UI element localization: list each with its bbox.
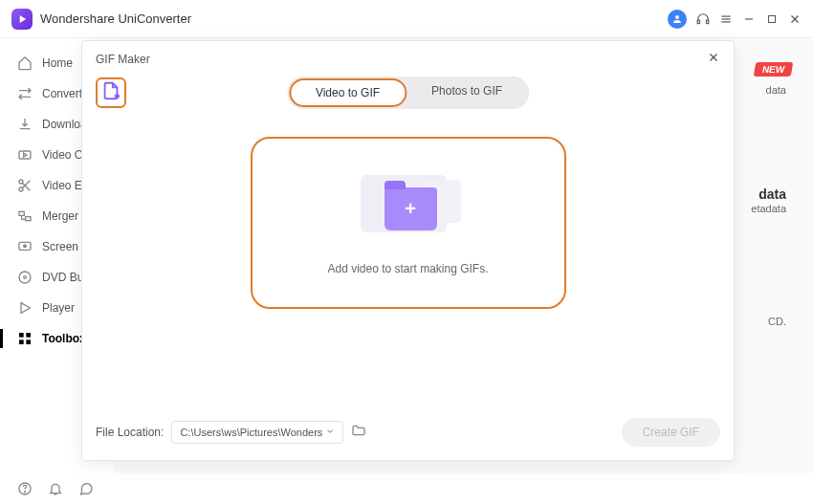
home-icon bbox=[17, 55, 33, 71]
svg-rect-11 bbox=[19, 151, 31, 159]
sidebar-item-label: Home bbox=[42, 56, 73, 70]
svg-marker-23 bbox=[21, 303, 30, 314]
download-icon bbox=[17, 117, 33, 132]
document-plus-icon bbox=[100, 80, 121, 105]
svg-rect-25 bbox=[26, 333, 31, 338]
svg-rect-26 bbox=[19, 340, 24, 344]
gif-maker-dialog: GIF Maker Video to GIF Photos to GIF + A… bbox=[81, 40, 735, 461]
play-icon bbox=[17, 300, 33, 316]
disc-icon bbox=[17, 270, 33, 285]
bg-text: etadata bbox=[751, 203, 786, 214]
create-gif-button[interactable]: Create GIF bbox=[622, 418, 720, 447]
svg-point-22 bbox=[24, 276, 27, 279]
minimize-button[interactable] bbox=[742, 12, 756, 26]
menu-icon[interactable] bbox=[719, 12, 733, 26]
convert-icon bbox=[17, 86, 33, 101]
close-button[interactable] bbox=[788, 12, 802, 26]
svg-rect-17 bbox=[19, 211, 24, 215]
titlebar: Wondershare UniConverter bbox=[0, 0, 813, 38]
notification-button[interactable] bbox=[48, 481, 63, 496]
bg-text: data bbox=[758, 186, 786, 202]
svg-point-21 bbox=[19, 272, 31, 283]
sidebar-item-label: Player bbox=[42, 301, 75, 315]
svg-point-13 bbox=[19, 180, 23, 184]
toolbox-icon bbox=[17, 331, 33, 346]
folder-plus-icon: + bbox=[351, 170, 466, 247]
file-location-value: C:\Users\ws\Pictures\Wonders bbox=[180, 427, 322, 438]
tab-photos-to-gif[interactable]: Photos to GIF bbox=[406, 78, 527, 107]
svg-point-14 bbox=[19, 187, 23, 191]
dialog-close-button[interactable] bbox=[707, 51, 720, 68]
open-folder-button[interactable] bbox=[351, 424, 368, 441]
svg-point-1 bbox=[675, 15, 679, 19]
mode-tabs: Video to GIF Photos to GIF bbox=[287, 77, 529, 109]
record-icon bbox=[17, 239, 33, 254]
file-location-select[interactable]: C:\Users\ws\Pictures\Wonders bbox=[171, 421, 343, 444]
svg-marker-0 bbox=[20, 14, 26, 22]
file-location-label: File Location: bbox=[96, 426, 164, 439]
merge-icon bbox=[17, 208, 33, 224]
bottombar bbox=[0, 473, 111, 504]
help-button[interactable] bbox=[17, 481, 33, 496]
svg-point-20 bbox=[24, 245, 27, 248]
bg-text: data bbox=[766, 84, 786, 96]
svg-rect-24 bbox=[19, 333, 24, 338]
svg-rect-3 bbox=[707, 20, 709, 24]
svg-rect-27 bbox=[26, 340, 31, 344]
svg-marker-12 bbox=[24, 153, 27, 157]
headset-icon[interactable] bbox=[696, 12, 710, 26]
svg-rect-8 bbox=[769, 15, 776, 22]
sidebar-item-label: Merger bbox=[42, 209, 78, 223]
app-title: Wondershare UniConverter bbox=[40, 11, 668, 26]
bg-text: CD. bbox=[768, 316, 786, 327]
user-avatar[interactable] bbox=[668, 10, 687, 29]
add-file-button[interactable] bbox=[96, 77, 126, 108]
dialog-title: GIF Maker bbox=[96, 53, 150, 66]
maximize-button[interactable] bbox=[765, 12, 779, 26]
tab-video-to-gif[interactable]: Video to GIF bbox=[289, 78, 406, 107]
folder-icon bbox=[351, 423, 366, 442]
dropzone-text: Add video to start making GIFs. bbox=[327, 262, 488, 275]
add-video-dropzone[interactable]: + Add video to start making GIFs. bbox=[251, 137, 566, 309]
new-badge: NEW bbox=[753, 62, 793, 77]
sidebar-item-label: Toolbox bbox=[42, 332, 86, 345]
feedback-button[interactable] bbox=[78, 481, 94, 496]
app-logo bbox=[11, 9, 33, 30]
chevron-down-icon bbox=[325, 427, 335, 438]
svg-rect-2 bbox=[697, 20, 699, 24]
svg-point-33 bbox=[24, 492, 25, 493]
scissors-icon bbox=[17, 178, 33, 193]
compress-icon bbox=[17, 147, 33, 163]
svg-rect-18 bbox=[26, 217, 31, 221]
